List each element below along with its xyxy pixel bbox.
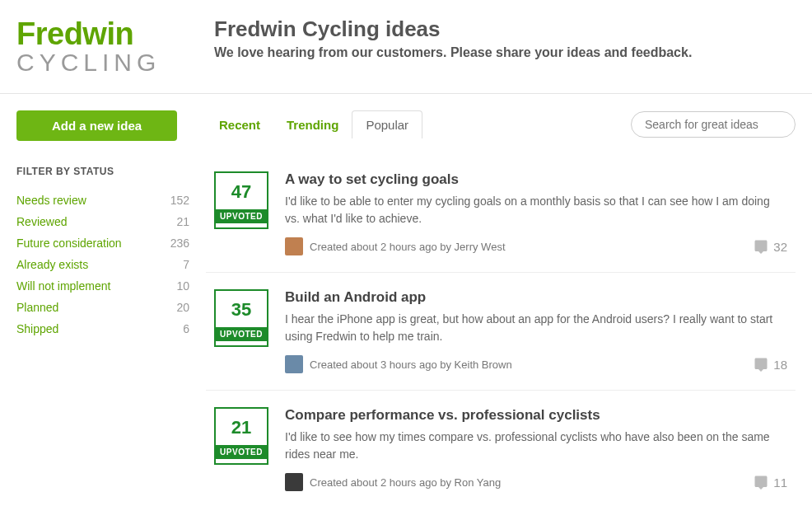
- comments-link[interactable]: 18: [754, 357, 787, 372]
- sidebar: Add a new idea FILTER BY STATUS Needs re…: [16, 110, 206, 506]
- filter-future-consideration[interactable]: Future consideration236: [16, 232, 189, 254]
- idea-meta: Created about 2 hours ago by Ron Yang: [285, 473, 501, 491]
- logo-line2: CYCLING: [16, 49, 214, 77]
- tabs: Recent Trending Popular: [206, 110, 422, 138]
- filter-count: 10: [176, 279, 189, 293]
- idea-title[interactable]: A way to set cycling goals: [285, 171, 787, 188]
- tab-popular[interactable]: Popular: [352, 110, 422, 138]
- topbar: Recent Trending Popular: [206, 110, 796, 138]
- comment-count: 18: [773, 358, 787, 372]
- comment-icon: [754, 475, 768, 490]
- idea-footer: Created about 3 hours ago by Keith Brown…: [285, 355, 787, 373]
- idea-description: I hear the iPhone app is great, but how …: [285, 311, 787, 345]
- filter-label: Future consideration: [16, 237, 122, 250]
- idea-created-text: Created about 3 hours ago by Keith Brown: [310, 358, 512, 371]
- filter-label: Planned: [16, 301, 58, 314]
- logo-line1: Fredwin: [16, 16, 214, 52]
- comment-count: 32: [773, 240, 787, 254]
- idea-meta: Created about 3 hours ago by Keith Brown: [285, 355, 512, 373]
- filter-planned[interactable]: Planned20: [16, 297, 189, 318]
- idea-card: 21 UPVOTED Compare performance vs. profe…: [206, 391, 796, 506]
- filter-shipped[interactable]: Shipped6: [16, 318, 189, 340]
- filter-count: 7: [183, 258, 189, 271]
- search-input[interactable]: [631, 111, 796, 138]
- idea-title[interactable]: Build an Android app: [285, 289, 787, 306]
- comments-link[interactable]: 11: [754, 475, 787, 490]
- idea-card: 47 UPVOTED A way to set cycling goals I'…: [206, 155, 796, 273]
- tab-recent[interactable]: Recent: [206, 111, 273, 138]
- header-text: Fredwin Cycling ideas We love hearing fr…: [214, 16, 692, 77]
- filter-needs-review[interactable]: Needs review152: [16, 190, 189, 211]
- comment-icon: [754, 357, 768, 372]
- idea-footer: Created about 2 hours ago by Jerry West …: [285, 237, 787, 255]
- comment-icon: [754, 239, 768, 254]
- upvote-label: UPVOTED: [216, 445, 267, 459]
- page-header: Fredwin CYCLING Fredwin Cycling ideas We…: [0, 0, 812, 94]
- page-subtitle: We love hearing from our customers. Plea…: [214, 45, 692, 60]
- filter-count: 20: [176, 301, 189, 314]
- ideas-list: 47 UPVOTED A way to set cycling goals I'…: [206, 155, 796, 506]
- idea-body: A way to set cycling goals I'd like to b…: [285, 171, 787, 255]
- upvote-count: 35: [216, 291, 267, 327]
- upvote-button[interactable]: 47 UPVOTED: [214, 171, 268, 229]
- filter-label: Already exists: [16, 258, 88, 271]
- avatar: [285, 237, 303, 255]
- idea-meta: Created about 2 hours ago by Jerry West: [285, 237, 506, 255]
- filter-label: Shipped: [16, 322, 58, 335]
- upvote-count: 47: [216, 173, 267, 209]
- idea-created-text: Created about 2 hours ago by Ron Yang: [310, 476, 501, 489]
- upvote-button[interactable]: 21 UPVOTED: [214, 407, 268, 465]
- filter-count: 21: [176, 215, 189, 228]
- upvote-button[interactable]: 35 UPVOTED: [214, 289, 268, 347]
- avatar: [285, 473, 303, 491]
- logo: Fredwin CYCLING: [16, 16, 214, 77]
- upvote-label: UPVOTED: [216, 327, 267, 341]
- upvote-count: 21: [216, 409, 267, 445]
- idea-body: Build an Android app I hear the iPhone a…: [285, 289, 787, 373]
- idea-title[interactable]: Compare performance vs. professional cyc…: [285, 407, 787, 424]
- idea-description: I'd like to be able to enter my cycling …: [285, 193, 787, 227]
- filter-heading: FILTER BY STATUS: [16, 166, 206, 177]
- filter-label: Reviewed: [16, 215, 67, 228]
- page-title: Fredwin Cycling ideas: [214, 16, 692, 42]
- comment-count: 11: [773, 476, 787, 490]
- filter-count: 152: [170, 194, 189, 207]
- filter-label: Will not implement: [16, 279, 110, 293]
- filter-reviewed[interactable]: Reviewed21: [16, 211, 189, 232]
- comments-link[interactable]: 32: [754, 239, 787, 254]
- filter-will-not-implement[interactable]: Will not implement10: [16, 275, 189, 297]
- filter-list: Needs review152 Reviewed21 Future consid…: [16, 190, 189, 340]
- idea-description: I'd like to see how my times compare vs.…: [285, 429, 787, 463]
- filter-count: 236: [170, 237, 189, 250]
- main-content: Recent Trending Popular 47 UPVOTED A way…: [206, 110, 796, 506]
- upvote-label: UPVOTED: [216, 209, 267, 223]
- tab-trending[interactable]: Trending: [273, 111, 352, 138]
- filter-count: 6: [183, 322, 189, 335]
- filter-label: Needs review: [16, 194, 86, 207]
- filter-already-exists[interactable]: Already exists7: [16, 254, 189, 275]
- idea-footer: Created about 2 hours ago by Ron Yang 11: [285, 473, 787, 491]
- avatar: [285, 355, 303, 373]
- idea-body: Compare performance vs. professional cyc…: [285, 407, 787, 491]
- idea-card: 35 UPVOTED Build an Android app I hear t…: [206, 273, 796, 391]
- add-idea-button[interactable]: Add a new idea: [16, 110, 177, 141]
- idea-created-text: Created about 2 hours ago by Jerry West: [310, 241, 506, 253]
